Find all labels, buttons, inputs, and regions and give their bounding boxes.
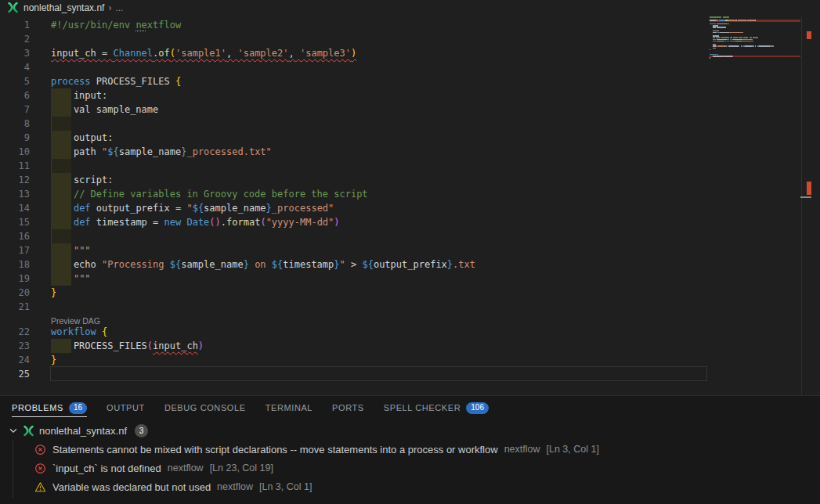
line-number[interactable]: 13 [0,187,30,201]
line-number[interactable]: 25 [0,367,30,381]
minimap-code [755,20,756,21]
code-line[interactable]: 7 val sample_name [0,103,707,117]
code-line[interactable]: 22workflow { [0,325,707,339]
line-number[interactable]: 15 [0,215,30,229]
problem-location: [Ln 3, Col 1] [547,444,599,455]
tab-spell-checker[interactable]: SPELL CHECKER106 [384,396,489,419]
tab-ports[interactable]: PORTS [332,396,364,419]
tab-output[interactable]: OUTPUT [107,396,145,419]
code-line[interactable]: 21 [0,300,707,314]
line-number[interactable]: 5 [0,74,30,88]
line-number[interactable]: 21 [0,300,30,314]
line-number[interactable]: 23 [0,339,30,353]
code-line[interactable]: 18 echo "Processing ${sample_name} on ${… [0,257,707,272]
tab-label: OUTPUT [107,403,145,412]
line-number[interactable]: 12 [0,173,30,187]
problem-row[interactable]: `input_ch` is not definednextflow[Ln 23,… [0,459,820,477]
error-squiggle: input_ch = Channel.of('sample1', 'sample… [51,48,356,59]
minimap-code [755,45,756,47]
code-line[interactable]: 2 [0,32,707,46]
minimap-code [771,45,774,47]
code-line[interactable]: 24} [0,353,707,367]
indent-highlight [51,117,71,131]
ruler-error-marker[interactable] [807,31,811,39]
code-line[interactable]: 17 """ [0,243,707,257]
ruler-cursor-marker [800,196,811,198]
problem-row[interactable]: Variable was declared but not usednextfl… [0,477,820,496]
code-line[interactable]: 5process PROCESS_FILES { [0,74,707,88]
code-line[interactable]: 13 // Define variables in Groovy code be… [0,187,707,201]
code-line[interactable]: 3input_ch = Channel.of('sample1', 'sampl… [0,46,707,60]
problems-file-name: nonlethal_syntax.nf [39,425,127,437]
minimap-code [719,20,725,21]
code-text: def timestamp = new Date().format("yyyy-… [51,215,340,229]
panel-tab-bar: PROBLEMS16OUTPUTDEBUG CONSOLETERMINALPOR… [0,396,820,419]
problems-list: Statements cannot be mixed with script d… [0,440,820,496]
minimap-code [727,41,729,42]
line-number[interactable]: 2 [0,32,30,46]
code-line[interactable]: 6 input: [0,88,707,103]
tab-problems[interactable]: PROBLEMS16 [12,396,87,419]
code-line[interactable]: 1#!/usr/bin/env nextflow [0,18,707,32]
minimap[interactable] [709,15,800,85]
code-text: process PROCESS_FILES { [51,74,181,88]
nextflow-icon [23,425,34,437]
minimap-code [713,27,715,28]
code-line[interactable]: 16 [0,229,707,243]
minimap-code [717,20,718,21]
breadcrumb[interactable]: nonlethal_syntax.nf › ... [0,0,820,15]
minimap-code [732,56,733,57]
minimap-code [759,45,770,47]
ruler-error-marker[interactable] [807,182,811,195]
minimap-code [729,45,739,47]
code-line[interactable]: 15 def timestamp = new Date().format("yy… [0,215,707,229]
line-number[interactable]: 18 [0,257,30,272]
problem-row[interactable]: Statements cannot be mixed with script d… [0,440,820,459]
line-number[interactable]: 17 [0,243,30,257]
problem-source: nextflow [504,444,540,455]
line-number[interactable]: 3 [0,46,30,60]
line-number[interactable]: 6 [0,88,30,103]
minimap-code [717,27,726,28]
line-number[interactable]: 22 [0,325,30,339]
tab-terminal[interactable]: TERMINAL [266,396,312,419]
minimap-code [710,16,721,18]
code-line[interactable]: 14 def output_prefix = "${sample_name}_p… [0,201,707,215]
code-line[interactable]: 25 [0,367,707,381]
line-number[interactable]: 20 [0,286,30,300]
code-text: // Define variables in Groovy code befor… [51,187,368,201]
code-line[interactable]: 4 [0,60,707,74]
code-line[interactable]: 11 [0,159,707,173]
line-number[interactable]: 10 [0,145,30,159]
code-line[interactable]: 8 [0,117,707,131]
minimap-code [710,49,710,51]
line-number[interactable]: 24 [0,353,30,367]
code-text: """ [51,243,91,257]
code-line[interactable]: 12 script: [0,173,707,187]
line-number[interactable]: 14 [0,201,30,215]
tab-debug-console[interactable]: DEBUG CONSOLE [164,396,246,419]
problems-file-row[interactable]: nonlethal_syntax.nf 3 [0,421,820,440]
line-number[interactable]: 19 [0,272,30,286]
minimap-code [724,16,730,18]
line-number[interactable]: 7 [0,103,30,117]
minimap-code [753,37,758,38]
line-number[interactable]: 4 [0,60,30,74]
line-number[interactable]: 11 [0,159,30,173]
breadcrumb-filename[interactable]: nonlethal_syntax.nf [23,2,104,13]
line-number[interactable]: 9 [0,131,30,145]
line-number[interactable]: 16 [0,229,30,243]
code-text: workflow { [51,325,107,339]
breadcrumb-ellipsis[interactable]: ... [115,2,123,13]
code-line[interactable]: 20} [0,286,707,300]
code-line[interactable]: 9 output: [0,131,707,145]
code-editor[interactable]: Preview DAG 1#!/usr/bin/env nextflow23in… [0,15,820,395]
spell-checker-count-badge: 106 [466,402,489,414]
code-line[interactable]: 10 path "${sample_name}_processed.txt" [0,145,707,159]
line-number[interactable]: 8 [0,117,30,131]
chevron-down-icon[interactable] [8,425,19,436]
code-line[interactable]: 19 """ [0,272,707,286]
code-line[interactable]: 23 PROCESS_FILES(input_ch) [0,339,707,353]
overview-ruler[interactable] [799,15,820,395]
line-number[interactable]: 1 [0,18,30,32]
